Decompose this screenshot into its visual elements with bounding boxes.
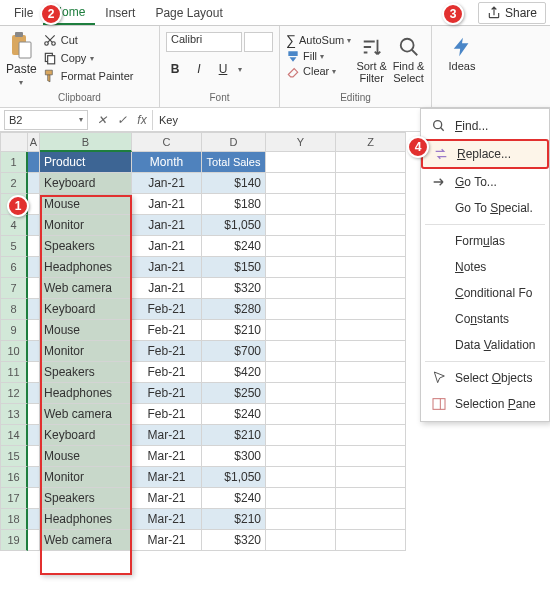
cell-sales-10[interactable]: $700	[202, 341, 266, 362]
cut-button[interactable]: Cut	[41, 32, 136, 48]
underline-button[interactable]: U	[214, 60, 232, 78]
bold-button[interactable]: B	[166, 60, 184, 78]
cell-month-14[interactable]: Mar-21	[132, 425, 202, 446]
tab-file[interactable]: File	[4, 2, 43, 24]
fill-button[interactable]: Fill▾	[286, 49, 351, 63]
cell-month-7[interactable]: Jan-21	[132, 278, 202, 299]
cell-month-16[interactable]: Mar-21	[132, 467, 202, 488]
row-header-6[interactable]: 6	[0, 257, 28, 278]
menu-replace[interactable]: Replace...	[421, 139, 549, 169]
cell-month-3[interactable]: Jan-21	[132, 194, 202, 215]
header-product[interactable]: Product	[40, 152, 132, 173]
row-header-12[interactable]: 12	[0, 383, 28, 404]
tab-insert[interactable]: Insert	[95, 2, 145, 24]
row-header-1[interactable]: 1	[0, 152, 28, 173]
cell-sales-11[interactable]: $420	[202, 362, 266, 383]
cell-sales-19[interactable]: $320	[202, 530, 266, 551]
cell-product-6[interactable]: Headphones	[40, 257, 132, 278]
cell-product-17[interactable]: Speakers	[40, 488, 132, 509]
cell-month-13[interactable]: Feb-21	[132, 404, 202, 425]
cell-month-9[interactable]: Feb-21	[132, 320, 202, 341]
cell-month-19[interactable]: Mar-21	[132, 530, 202, 551]
name-box[interactable]: B2 ▾	[4, 110, 88, 130]
ideas-button[interactable]: Ideas	[438, 32, 486, 72]
row-header-15[interactable]: 15	[0, 446, 28, 467]
cell-month-2[interactable]: Jan-21	[132, 173, 202, 194]
cell-product-18[interactable]: Headphones	[40, 509, 132, 530]
find-select-button[interactable]: Find & Select	[392, 32, 425, 84]
cell-sales-7[interactable]: $320	[202, 278, 266, 299]
share-button[interactable]: Share	[478, 2, 546, 24]
menu-goto-special[interactable]: Go To Special.	[421, 195, 549, 221]
cell-product-9[interactable]: Mouse	[40, 320, 132, 341]
menu-find[interactable]: Find...	[421, 113, 549, 139]
menu-conditional[interactable]: Conditional Fo	[421, 280, 549, 306]
cell-product-2[interactable]: Keyboard	[40, 173, 132, 194]
row-header-7[interactable]: 7	[0, 278, 28, 299]
menu-data-validation[interactable]: Data Validation	[421, 332, 549, 358]
cell-product-19[interactable]: Web camera	[40, 530, 132, 551]
menu-constants[interactable]: Constants	[421, 306, 549, 332]
cell-month-11[interactable]: Feb-21	[132, 362, 202, 383]
cell-month-6[interactable]: Jan-21	[132, 257, 202, 278]
col-header-A[interactable]: A	[28, 132, 40, 152]
menu-notes[interactable]: Notes	[421, 254, 549, 280]
row-header-17[interactable]: 17	[0, 488, 28, 509]
row-header-13[interactable]: 13	[0, 404, 28, 425]
autosum-button[interactable]: ∑ AutoSum▾	[286, 32, 351, 48]
cell-month-5[interactable]: Jan-21	[132, 236, 202, 257]
cell-product-16[interactable]: Monitor	[40, 467, 132, 488]
row-header-8[interactable]: 8	[0, 299, 28, 320]
row-header-16[interactable]: 16	[0, 467, 28, 488]
row-header-4[interactable]: 4	[0, 215, 28, 236]
cell-sales-16[interactable]: $1,050	[202, 467, 266, 488]
row-header-9[interactable]: 9	[0, 320, 28, 341]
italic-button[interactable]: I	[190, 60, 208, 78]
col-header-Z[interactable]: Z	[336, 132, 406, 152]
clear-button[interactable]: Clear▾	[286, 64, 351, 78]
cell-sales-18[interactable]: $210	[202, 509, 266, 530]
font-size-select[interactable]	[244, 32, 273, 52]
cell-product-14[interactable]: Keyboard	[40, 425, 132, 446]
cell-product-7[interactable]: Web camera	[40, 278, 132, 299]
row-header-18[interactable]: 18	[0, 509, 28, 530]
font-name-select[interactable]: Calibri	[166, 32, 242, 52]
row-header-5[interactable]: 5	[0, 236, 28, 257]
fx-button[interactable]: fx	[132, 113, 152, 127]
col-header-Y[interactable]: Y	[266, 132, 336, 152]
col-header-D[interactable]: D	[202, 132, 266, 152]
cell-month-15[interactable]: Mar-21	[132, 446, 202, 467]
cell-sales-5[interactable]: $240	[202, 236, 266, 257]
cell-month-12[interactable]: Feb-21	[132, 383, 202, 404]
col-header-B[interactable]: B	[40, 132, 132, 152]
cell-month-10[interactable]: Feb-21	[132, 341, 202, 362]
menu-select-objects[interactable]: Select Objects	[421, 365, 549, 391]
cell-sales-15[interactable]: $300	[202, 446, 266, 467]
cell-product-4[interactable]: Monitor	[40, 215, 132, 236]
tab-page-layout[interactable]: Page Layout	[145, 2, 232, 24]
cell-sales-9[interactable]: $210	[202, 320, 266, 341]
row-header-11[interactable]: 11	[0, 362, 28, 383]
header-total[interactable]: Total Sales	[202, 152, 266, 173]
row-header-19[interactable]: 19	[0, 530, 28, 551]
cell-product-15[interactable]: Mouse	[40, 446, 132, 467]
cell-sales-12[interactable]: $250	[202, 383, 266, 404]
cell-sales-3[interactable]: $180	[202, 194, 266, 215]
cell-product-8[interactable]: Keyboard	[40, 299, 132, 320]
row-header-14[interactable]: 14	[0, 425, 28, 446]
cell-month-17[interactable]: Mar-21	[132, 488, 202, 509]
cell-product-3[interactable]: Mouse	[40, 194, 132, 215]
menu-goto[interactable]: Go To...	[421, 169, 549, 195]
cell-sales-13[interactable]: $240	[202, 404, 266, 425]
cell-product-5[interactable]: Speakers	[40, 236, 132, 257]
menu-selection-pane[interactable]: Selection Pane	[421, 391, 549, 417]
cell-month-4[interactable]: Jan-21	[132, 215, 202, 236]
row-header-2[interactable]: 2	[0, 173, 28, 194]
cell-sales-4[interactable]: $1,050	[202, 215, 266, 236]
cell-sales-2[interactable]: $140	[202, 173, 266, 194]
cell-sales-14[interactable]: $210	[202, 425, 266, 446]
paste-button[interactable]: Paste ▾	[6, 32, 37, 87]
copy-button[interactable]: Copy▾	[41, 50, 136, 66]
cancel-formula-button[interactable]: ✕	[92, 113, 112, 127]
cell-sales-17[interactable]: $240	[202, 488, 266, 509]
